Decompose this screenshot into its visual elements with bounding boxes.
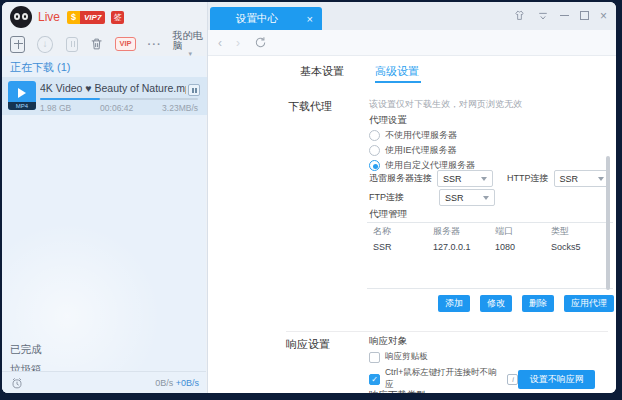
proxy-note: 该设置仅对下载生效，对网页浏览无效 <box>369 98 522 111</box>
proxy-connection-row-2: FTP连接 SSR <box>369 189 495 206</box>
speed-indicator: 0B/s +0B/s <box>155 378 199 388</box>
settings-content: 基本设置 高级设置 下载代理 该设置仅对下载生效，对网页浏览无效 代理设置 不使… <box>208 56 616 393</box>
desktop: { "colors": { "accent_blue": "#1e9bf0", … <box>0 0 622 400</box>
delete-trash-icon[interactable] <box>90 36 103 52</box>
radio-label: 不使用代理服务器 <box>385 129 457 142</box>
forward-icon[interactable]: › <box>236 36 240 50</box>
user-avatar[interactable] <box>10 6 32 28</box>
video-thumbnail: MP4 <box>8 81 36 110</box>
select-value: SSR <box>560 174 579 184</box>
caret-down-icon <box>481 177 487 181</box>
info-icon[interactable]: i <box>507 374 518 385</box>
maximize-icon[interactable] <box>580 11 589 20</box>
col-name: 名称 <box>367 225 433 238</box>
checkbox-checked-icon: ✓ <box>369 374 380 385</box>
checkbox-clipboard[interactable]: 响应剪贴板 <box>369 351 428 363</box>
select-value: SSR <box>443 174 462 184</box>
radio-icon <box>369 145 380 156</box>
minimize-icon[interactable] <box>560 15 569 16</box>
col-type: 类型 <box>551 225 607 238</box>
download-speed: 3.23MB/s <box>162 103 198 113</box>
file-type-badge: MP4 <box>8 102 36 110</box>
sign-in-badge[interactable]: 签 <box>111 11 124 24</box>
checkbox-icon <box>369 352 380 363</box>
skin-theme-icon[interactable] <box>513 9 526 22</box>
cell-port: 1080 <box>495 242 551 252</box>
new-task-icon[interactable] <box>10 36 25 53</box>
col-server: 服务器 <box>433 225 495 238</box>
tab-basic-settings[interactable]: 基本设置 <box>300 64 344 79</box>
file-size: 1.98 GB <box>40 103 71 113</box>
radio-icon <box>369 130 380 141</box>
download-item[interactable]: MP4 4K Video ♥ Beauty of Nature.mp4 1.98… <box>2 77 207 115</box>
close-tab-icon[interactable]: × <box>307 13 313 25</box>
proxy-connection-row-1: 迅雷服务器连接 SSR HTTP连接 SSR <box>369 170 610 187</box>
active-tab-underline <box>375 81 421 83</box>
cell-type: Socks5 <box>551 242 607 252</box>
sidebar-item-completed[interactable]: 已完成 <box>10 343 42 357</box>
main-menu-icon[interactable] <box>537 10 549 22</box>
set-no-response-sites-button[interactable]: 设置不响应网站 <box>518 370 595 389</box>
apply-proxy-button[interactable]: 应用代理 <box>564 295 614 312</box>
username[interactable]: Live <box>38 10 60 24</box>
ftp-connection-label: FTP连接 <box>369 191 434 204</box>
item-pause-button[interactable] <box>188 84 200 96</box>
proxy-group-label: 代理设置 <box>369 114 407 127</box>
start-download-icon[interactable]: ↓ <box>37 36 52 53</box>
downloading-section-header[interactable]: 正在下载 (1) <box>10 60 71 75</box>
proxy-table-row[interactable]: SSR 127.0.0.1 1080 Socks5 <box>367 239 613 255</box>
settings-tab-title: 设置中心 <box>236 12 278 26</box>
pause-download-icon[interactable] <box>66 37 79 52</box>
up-speed: +0B/s <box>176 378 199 388</box>
right-panel: 设置中心 × ‹ › 基本设置 高级设置 下载代理 该设置仅对下载生效，对网页浏… <box>208 2 616 393</box>
close-window-icon[interactable]: × <box>600 11 607 21</box>
vip-accelerate-icon[interactable]: VIP <box>115 37 135 51</box>
download-filename: 4K Video ♥ Beauty of Nature.mp4 <box>40 82 186 94</box>
my-computer-dropdown[interactable]: 我的电脑 ▾ <box>173 31 208 57</box>
elapsed-time: 00:06:42 <box>100 103 133 113</box>
left-panel: Live $ VIP7 签 ↓ VIP ··· 我的电脑 ▾ 正在下载 (1) <box>2 2 208 393</box>
thunder-connection-select[interactable]: SSR <box>437 170 493 187</box>
response-group-label: 响应对象 <box>369 335 407 348</box>
checkbox-ctrl-click[interactable]: ✓ Ctrl+鼠标左键打开连接时不响应 i 设置不响应网站 <box>369 367 595 391</box>
radio-ie-proxy[interactable]: 使用IE代理服务器 <box>369 144 457 157</box>
checkbox-label: Ctrl+鼠标左键打开连接时不响应 <box>385 367 504 391</box>
ftp-connection-select[interactable]: SSR <box>439 189 495 206</box>
http-connection-select[interactable]: SSR <box>554 170 610 187</box>
add-proxy-button[interactable]: 添加 <box>438 295 470 312</box>
down-speed: 0B/s <box>155 378 173 388</box>
my-computer-label: 我的电脑 <box>173 31 208 51</box>
modify-proxy-button[interactable]: 修改 <box>480 295 512 312</box>
play-icon <box>18 88 26 98</box>
window-controls: × <box>513 9 607 22</box>
tab-advanced-settings[interactable]: 高级设置 <box>375 64 419 79</box>
cell-name: SSR <box>367 242 433 252</box>
browser-nav-row: ‹ › <box>208 30 616 56</box>
vip-badge[interactable]: $ VIP7 <box>67 11 105 24</box>
proxy-manage-label: 代理管理 <box>369 208 407 221</box>
download-toolbar: ↓ VIP ··· 我的电脑 ▾ <box>2 32 208 56</box>
alarm-clock-icon[interactable] <box>10 376 24 390</box>
proxy-section-title: 下载代理 <box>288 99 332 114</box>
caret-down-icon <box>483 196 489 200</box>
back-icon[interactable]: ‹ <box>218 36 222 50</box>
cell-server: 127.0.0.1 <box>433 242 495 252</box>
more-actions-icon[interactable]: ··· <box>148 38 162 50</box>
http-connection-label: HTTP连接 <box>507 172 549 185</box>
refresh-icon[interactable] <box>254 36 267 49</box>
settings-scrollbar[interactable] <box>606 156 610 290</box>
response-section-title: 响应设置 <box>286 337 330 352</box>
delete-proxy-button[interactable]: 删除 <box>522 295 554 312</box>
radio-no-proxy[interactable]: 不使用代理服务器 <box>369 129 457 142</box>
proxy-table: 名称 服务器 端口 类型 SSR 127.0.0.1 1080 Socks5 <box>367 222 613 289</box>
col-port: 端口 <box>495 225 551 238</box>
vip-level-label: VIP7 <box>80 11 105 24</box>
settings-center-tab[interactable]: 设置中心 × <box>210 7 322 30</box>
thunder-connection-label: 迅雷服务器连接 <box>369 172 432 185</box>
checkbox-label: 响应剪贴板 <box>385 351 428 363</box>
section-divider <box>286 331 608 332</box>
dollar-icon: $ <box>67 11 80 24</box>
response-download-type-label: 响应下载类型 <box>369 389 426 393</box>
proxy-table-header: 名称 服务器 端口 类型 <box>367 223 613 239</box>
select-value: SSR <box>445 193 464 203</box>
